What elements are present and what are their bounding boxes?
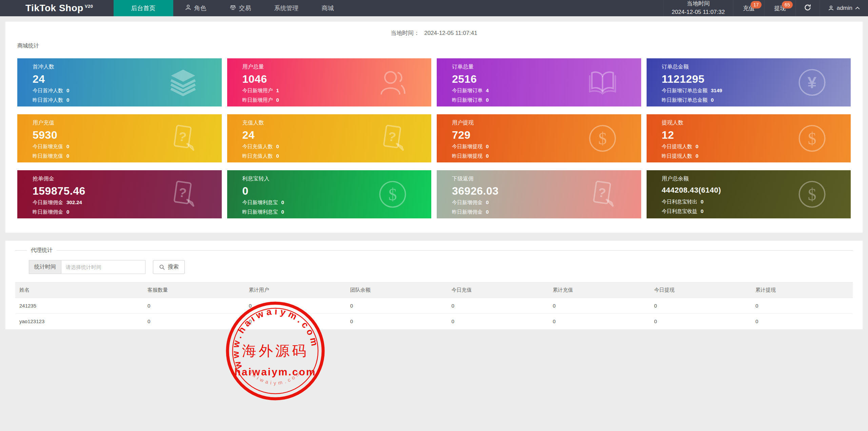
yen-circle-icon: ¥	[797, 67, 827, 97]
stat-card-line: 昨日新增利息宝0	[242, 209, 425, 215]
svg-text:$: $	[388, 185, 397, 204]
stat-card-line: 昨日首冲人数0	[33, 97, 215, 103]
stat-card-line: 昨日新增用户0	[242, 97, 425, 103]
stat-card-line: 昨日充值人数0	[242, 153, 425, 159]
withdraw-badge: 65	[782, 1, 793, 8]
user-menu[interactable]: admin	[820, 0, 868, 16]
file-question-icon: ?	[378, 123, 408, 153]
local-time-widget: 当地时间 2024-12-05 11:07:32	[663, 0, 733, 16]
users-icon	[378, 67, 408, 97]
top-navbar: TikTok Shop V20 后台首页 角色 交易 系统管理 商城 当地时间 …	[0, 0, 868, 16]
stat-card-total-order-amount: 订单总金额 1121295 今日新增订单总金额3149 昨日新增订单总金额0 ¥	[647, 58, 851, 106]
svg-text:?: ?	[178, 129, 188, 144]
refresh-button[interactable]	[795, 0, 820, 16]
stat-card-line: 昨日新增佣金0	[452, 209, 634, 215]
nav-item-label: 系统管理	[274, 4, 299, 12]
local-time-label: 当地时间	[687, 0, 710, 8]
local-time-value: 2024-12-05 11:07:32	[672, 8, 725, 17]
stat-card-order-commission: 抢单佣金 159875.46 今日新增佣金302.24 昨日新增佣金0 ?	[17, 170, 222, 218]
dollar-circle-icon: $	[378, 179, 408, 209]
file-question-icon: ?	[168, 123, 198, 153]
nav-item-roles[interactable]: 角色	[173, 0, 218, 16]
file-question-icon: ?	[588, 179, 617, 209]
stat-card-user-recharge: 用户充值 5930 今日新增充值0 昨日新增充值0 ?	[17, 114, 222, 162]
nav-item-system[interactable]: 系统管理	[263, 0, 310, 16]
stat-time-input[interactable]	[61, 260, 145, 274]
stat-card-user-total-balance: 用户总余额 444208.43(6140) 今日利息宝转出0 今日利息宝收益0 …	[647, 170, 851, 218]
stat-card-line: 昨日提现人数0	[662, 153, 844, 159]
col-header-total-withdraw: 累计提现	[751, 282, 853, 298]
col-header-team-balance: 团队余额	[346, 282, 448, 298]
cell-value: 0	[245, 298, 346, 314]
main-local-time-value: 2024-12-05 11:07:41	[424, 30, 477, 36]
stamp-domain-text: haiwaiym.com	[234, 366, 316, 377]
cell-name: 241235	[15, 298, 143, 314]
svg-text:$: $	[598, 129, 607, 148]
stat-card-total-orders: 订单总量 2516 今日新增订单4 昨日新增订单0	[437, 58, 641, 106]
file-question-icon: ?	[168, 179, 198, 209]
recharge-badge: 17	[751, 1, 762, 8]
page-content: 当地时间：2024-12-05 11:07:41 商城统计 首冲人数 24 今日…	[0, 16, 868, 335]
stat-card-user-withdraw: 用户提现 729 今日新增提现0 昨日新增提现0 $	[437, 114, 641, 162]
cell-value: 0	[549, 314, 650, 329]
table-row: yao123123 0 0 0 0 0 0 0	[15, 314, 853, 329]
stamp-center-text: 海外源码	[242, 342, 309, 359]
dollar-circle-icon: $	[797, 123, 827, 153]
cell-value: 0	[143, 298, 245, 314]
app-logo: TikTok Shop V20	[0, 0, 114, 16]
nav-item-trade[interactable]: 交易	[218, 0, 263, 16]
layers-icon	[168, 67, 198, 97]
recharge-menu[interactable]: 充值 17	[733, 0, 764, 16]
person-icon	[185, 4, 192, 13]
stat-card-interest-transfer-in: 利息宝转入 0 今日新增利息宝0 昨日新增利息宝0 $	[227, 170, 432, 218]
agent-stats-panel: 代理统计 统计时间 搜索 姓名 客服数量 累计用户 团队余额	[5, 240, 863, 330]
cell-value: 0	[346, 314, 448, 329]
app-logo-version: V20	[85, 4, 93, 9]
agent-fieldset: 代理统计 统计时间 搜索 姓名 客服数量 累计用户 团队余额	[15, 250, 853, 329]
agent-section-title: 代理统计	[27, 247, 57, 254]
table-row: 241235 0 0 0 0 0 0 0	[15, 298, 853, 314]
withdraw-menu[interactable]: 提现 65	[764, 0, 795, 16]
cell-value: 0	[650, 298, 751, 314]
stat-card-line: 昨日新增提现0	[452, 153, 634, 159]
svg-text:?: ?	[597, 185, 607, 200]
col-header-today-recharge: 今日充值	[447, 282, 549, 298]
col-header-total-recharge: 累计充值	[549, 282, 650, 298]
nav-item-label: 交易	[239, 4, 251, 12]
stat-time-input-group: 统计时间	[29, 260, 145, 274]
cell-value: 0	[447, 298, 549, 314]
cell-name: yao123123	[15, 314, 143, 329]
chevron-up-icon	[855, 6, 860, 10]
svg-text:?: ?	[387, 129, 397, 144]
user-icon	[828, 5, 834, 11]
col-header-total-users: 累计用户	[245, 282, 346, 298]
refresh-icon	[804, 4, 811, 13]
stat-card-downline-rebate: 下级返佣 36926.03 今日新增佣金0 昨日新增佣金0 ?	[437, 170, 641, 218]
main-menu: 后台首页 角色 交易 系统管理 商城	[114, 0, 346, 16]
col-header-name: 姓名	[15, 282, 143, 298]
cell-value: 0	[650, 314, 751, 329]
cell-value: 0	[245, 314, 346, 329]
main-local-time-label: 当地时间：	[391, 30, 419, 36]
search-button[interactable]: 搜索	[153, 260, 185, 274]
stats-section-title: 商城统计	[17, 42, 851, 50]
stat-card-line: 昨日新增充值0	[33, 153, 215, 159]
navbar-right: 当地时间 2024-12-05 11:07:32 充值 17 提现 65 adm…	[663, 0, 868, 16]
username: admin	[837, 5, 852, 12]
search-icon	[159, 264, 165, 270]
mall-stats-panel: 当地时间：2024-12-05 11:07:41 商城统计 首冲人数 24 今日…	[5, 21, 863, 233]
app-logo-text: TikTok Shop	[25, 3, 83, 14]
stat-card-line: 昨日新增订单0	[452, 97, 634, 103]
stat-card-withdraw-users: 提现人数 12 今日提现人数0 昨日提现人数0 $	[647, 114, 851, 162]
dollar-circle-icon: $	[797, 179, 827, 209]
nav-item-mall[interactable]: 商城	[310, 0, 346, 16]
cell-value: 0	[751, 298, 853, 314]
cell-value: 0	[143, 314, 245, 329]
svg-text:?: ?	[178, 185, 188, 200]
svg-text:$: $	[808, 185, 816, 204]
cell-value: 0	[447, 314, 549, 329]
svg-text:¥: ¥	[808, 73, 817, 92]
col-header-today-withdraw: 今日提现	[650, 282, 751, 298]
nav-item-home[interactable]: 后台首页	[114, 0, 173, 16]
stat-card-recharge-users: 充值人数 24 今日充值人数0 昨日充值人数0 ?	[227, 114, 432, 162]
